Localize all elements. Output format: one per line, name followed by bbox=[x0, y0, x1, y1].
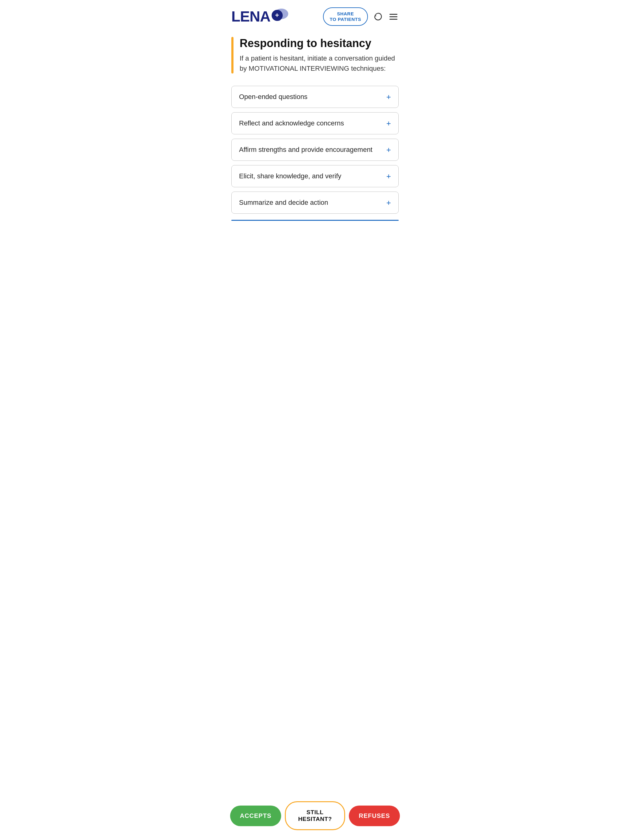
menu-button[interactable] bbox=[388, 13, 399, 21]
section-divider bbox=[231, 220, 399, 221]
expand-icon: + bbox=[386, 93, 391, 101]
header: LENA + SHARE TO PATIENTS bbox=[223, 0, 407, 31]
expand-icon: + bbox=[386, 146, 391, 154]
undo-button[interactable] bbox=[374, 12, 383, 21]
logo-circle: + bbox=[272, 10, 283, 21]
accordion-item-summarize[interactable]: Summarize and decide action + bbox=[231, 191, 399, 214]
logo: LENA + bbox=[231, 9, 283, 24]
section-description: If a patient is hesitant, initiate a con… bbox=[240, 53, 399, 74]
menu-line-3 bbox=[389, 19, 397, 20]
expand-icon: + bbox=[386, 199, 391, 207]
accordion-item-reflect[interactable]: Reflect and acknowledge concerns + bbox=[231, 112, 399, 134]
still-hesitant-button[interactable]: STILL HESITANT? bbox=[285, 801, 345, 830]
expand-icon: + bbox=[386, 119, 391, 127]
accordion-label: Affirm strengths and provide encourageme… bbox=[239, 146, 372, 154]
logo-icon: + bbox=[272, 10, 283, 21]
accordion-item-affirm[interactable]: Affirm strengths and provide encourageme… bbox=[231, 139, 399, 161]
bottom-nav: ACCEPTS STILL HESITANT? REFUSES bbox=[223, 795, 407, 840]
accordion-item-elicit[interactable]: Elicit, share knowledge, and verify + bbox=[231, 165, 399, 187]
share-to-patients-button[interactable]: SHARE TO PATIENTS bbox=[323, 7, 368, 26]
section-title: Responding to hesitancy bbox=[240, 37, 399, 49]
accordion-label: Open-ended questions bbox=[239, 93, 308, 101]
main-content: Responding to hesitancy If a patient is … bbox=[223, 31, 407, 282]
logo-text: LENA bbox=[231, 9, 271, 24]
yellow-accent-bar bbox=[231, 37, 233, 74]
section-header: Responding to hesitancy If a patient is … bbox=[231, 37, 399, 74]
header-actions: SHARE TO PATIENTS bbox=[323, 7, 399, 26]
refuses-button[interactable]: REFUSES bbox=[349, 805, 400, 826]
accordion-label: Summarize and decide action bbox=[239, 199, 328, 207]
menu-line-2 bbox=[389, 16, 397, 17]
accepts-button[interactable]: ACCEPTS bbox=[230, 805, 281, 826]
menu-line-1 bbox=[389, 14, 397, 15]
section-text: Responding to hesitancy If a patient is … bbox=[240, 37, 399, 74]
accordion-list: Open-ended questions + Reflect and ackno… bbox=[231, 86, 399, 214]
accordion-label: Reflect and acknowledge concerns bbox=[239, 119, 344, 127]
plus-icon: + bbox=[275, 12, 279, 19]
expand-icon: + bbox=[386, 172, 391, 180]
accordion-label: Elicit, share knowledge, and verify bbox=[239, 172, 342, 180]
accordion-item-open-ended[interactable]: Open-ended questions + bbox=[231, 86, 399, 108]
